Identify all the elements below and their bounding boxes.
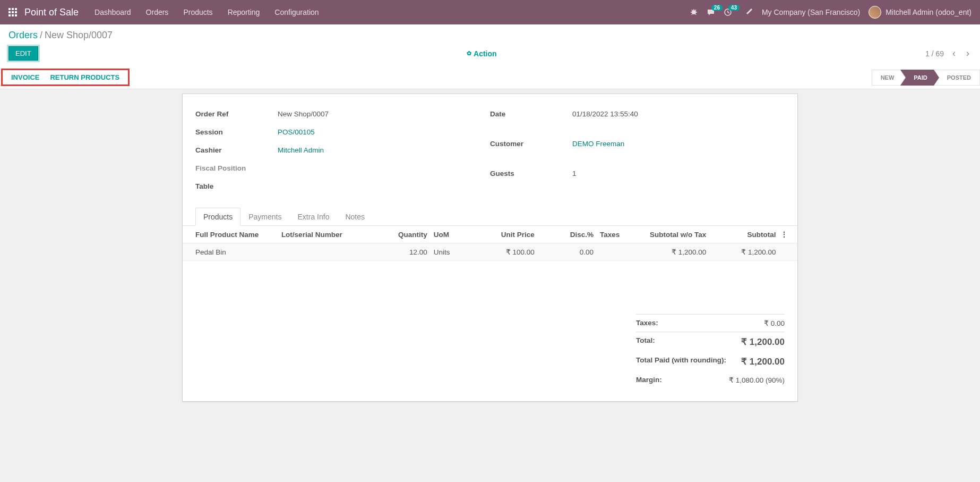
th-uom[interactable]: UoM — [429, 226, 478, 243]
field-date: Date 01/18/2022 13:55:40 — [490, 107, 785, 121]
session-value[interactable]: POS/00105 — [278, 128, 315, 136]
field-cashier: Cashier Mitchell Admin — [195, 143, 490, 157]
breadcrumb-parent[interactable]: Orders — [8, 30, 38, 41]
gear-icon: ✿ — [467, 50, 471, 57]
th-taxes[interactable]: Taxes — [596, 226, 628, 243]
status-ribbon: NEW PAID POSTED — [872, 70, 980, 86]
field-order-ref: Order Ref New Shop/0007 — [195, 107, 490, 121]
nav-item-dashboard[interactable]: Dashboard — [94, 8, 131, 16]
th-menu-icon[interactable]: ⋮ — [778, 226, 797, 243]
cell-product: Pedal Bin — [183, 243, 279, 261]
order-lines-table: Full Product Name Lot/serial Number Quan… — [183, 226, 797, 261]
field-customer: Customer DEMO Freeman — [490, 137, 785, 150]
activity-badge: 43 — [728, 5, 740, 11]
totals: Taxes: ₹ 0.00 Total: ₹ 1,200.00 Total Pa… — [183, 314, 797, 388]
breadcrumb: Orders / New Shop/0007 — [0, 24, 980, 41]
taxes-value: ₹ 0.00 — [764, 319, 785, 327]
breadcrumb-sep: / — [40, 30, 42, 41]
edit-button[interactable]: EDIT — [8, 46, 38, 61]
table-row[interactable]: Pedal Bin 12.00 Units ₹ 100.00 0.00 ₹ 1,… — [183, 243, 797, 261]
cell-subtotal: ₹ 1,200.00 — [708, 243, 778, 261]
nav-item-orders[interactable]: Orders — [146, 8, 169, 16]
control-center: ✿ Action — [38, 49, 925, 58]
tab-payments[interactable]: Payments — [240, 208, 289, 226]
highlighted-actions: INVOICE RETURN PRODUCTS — [1, 69, 130, 86]
paid-label: Total Paid (with rounding): — [636, 356, 726, 367]
activity-icon[interactable]: 43 — [724, 8, 732, 16]
form-col-left: Order Ref New Shop/0007 Session POS/0010… — [195, 107, 490, 197]
pager-next[interactable]: › — [964, 48, 972, 59]
margin-value: ₹ 1,080.00 (90%) — [729, 376, 785, 384]
chat-badge: 26 — [711, 5, 723, 11]
taxes-label: Taxes: — [636, 319, 658, 327]
order-ref-value: New Shop/0007 — [278, 110, 329, 118]
apps-icon[interactable] — [8, 8, 17, 16]
cell-empty — [778, 243, 797, 261]
fiscal-label: Fiscal Position — [195, 164, 278, 172]
paid-value: ₹ 1,200.00 — [741, 356, 785, 367]
cell-uom: Units — [429, 243, 478, 261]
invoice-button[interactable]: INVOICE — [11, 73, 39, 81]
nav-right: 26 43 My Company (San Francisco) Mitchel… — [690, 6, 972, 19]
th-qty[interactable]: Quantity — [386, 226, 429, 243]
tab-products[interactable]: Products — [195, 208, 240, 226]
th-subtotal-wo[interactable]: Subtotal w/o Tax — [628, 226, 709, 243]
debug-icon[interactable] — [690, 7, 698, 18]
th-lot[interactable]: Lot/serial Number — [279, 226, 386, 243]
cell-lot — [279, 243, 386, 261]
total-paid: Total Paid (with rounding): ₹ 1,200.00 — [636, 352, 785, 371]
top-nav: Point of Sale Dashboard Orders Products … — [0, 0, 980, 24]
customer-value[interactable]: DEMO Freeman — [572, 140, 624, 148]
breadcrumb-current: New Shop/0007 — [45, 30, 113, 41]
tabs: Products Payments Extra Info Notes — [183, 208, 797, 226]
cell-taxes — [596, 243, 628, 261]
tab-extra-info[interactable]: Extra Info — [290, 208, 338, 226]
chat-icon[interactable]: 26 — [707, 8, 715, 16]
field-guests: Guests 1 — [490, 166, 785, 180]
app-title: Point of Sale — [24, 7, 79, 18]
pager-prev[interactable]: ‹ — [950, 48, 958, 59]
avatar — [869, 6, 881, 19]
guests-value: 1 — [572, 170, 577, 177]
th-subtotal[interactable]: Subtotal — [708, 226, 778, 243]
return-products-button[interactable]: RETURN PRODUCTS — [50, 73, 119, 81]
status-posted[interactable]: POSTED — [934, 70, 980, 86]
nav-item-reporting[interactable]: Reporting — [228, 8, 260, 16]
session-label: Session — [195, 128, 278, 136]
field-table: Table — [195, 179, 490, 193]
total-taxes: Taxes: ₹ 0.00 — [636, 314, 785, 332]
form-wrapper: Order Ref New Shop/0007 Session POS/0010… — [0, 89, 980, 406]
control-row: EDIT ✿ Action 1 / 69 ‹ › — [0, 41, 980, 66]
customer-label: Customer — [490, 140, 572, 148]
action-label: Action — [474, 49, 497, 58]
date-value: 01/18/2022 13:55:40 — [572, 110, 638, 118]
cell-unit-price: ₹ 100.00 — [478, 243, 537, 261]
total-total: Total: ₹ 1,200.00 — [636, 332, 785, 352]
total-label: Total: — [636, 336, 655, 348]
action-bar: INVOICE RETURN PRODUCTS NEW PAID POSTED — [0, 66, 980, 89]
margin-label: Margin: — [636, 376, 662, 384]
tab-notes[interactable]: Notes — [337, 208, 373, 226]
total-margin: Margin: ₹ 1,080.00 (90%) — [636, 371, 785, 388]
status-new[interactable]: NEW — [872, 70, 901, 86]
svg-point-0 — [692, 10, 696, 14]
cashier-value[interactable]: Mitchell Admin — [278, 146, 324, 154]
tools-icon[interactable] — [745, 7, 753, 18]
user-profile[interactable]: Mitchell Admin (odoo_ent) — [869, 6, 972, 19]
date-label: Date — [490, 110, 572, 118]
nav-item-configuration[interactable]: Configuration — [274, 8, 319, 16]
cell-qty: 12.00 — [386, 243, 429, 261]
action-dropdown[interactable]: ✿ Action — [467, 49, 497, 58]
cell-subtotal-wo: ₹ 1,200.00 — [628, 243, 709, 261]
user-name: Mitchell Admin (odoo_ent) — [886, 8, 972, 16]
totals-inner: Taxes: ₹ 0.00 Total: ₹ 1,200.00 Total Pa… — [636, 314, 785, 388]
total-value: ₹ 1,200.00 — [741, 336, 785, 348]
nav-item-products[interactable]: Products — [183, 8, 212, 16]
company-selector[interactable]: My Company (San Francisco) — [762, 8, 860, 16]
guests-label: Guests — [490, 170, 572, 177]
field-session: Session POS/00105 — [195, 125, 490, 139]
th-unit-price[interactable]: Unit Price — [478, 226, 537, 243]
th-product[interactable]: Full Product Name — [183, 226, 279, 243]
th-disc[interactable]: Disc.% — [537, 226, 596, 243]
form-col-right: Date 01/18/2022 13:55:40 Customer DEMO F… — [490, 107, 785, 197]
